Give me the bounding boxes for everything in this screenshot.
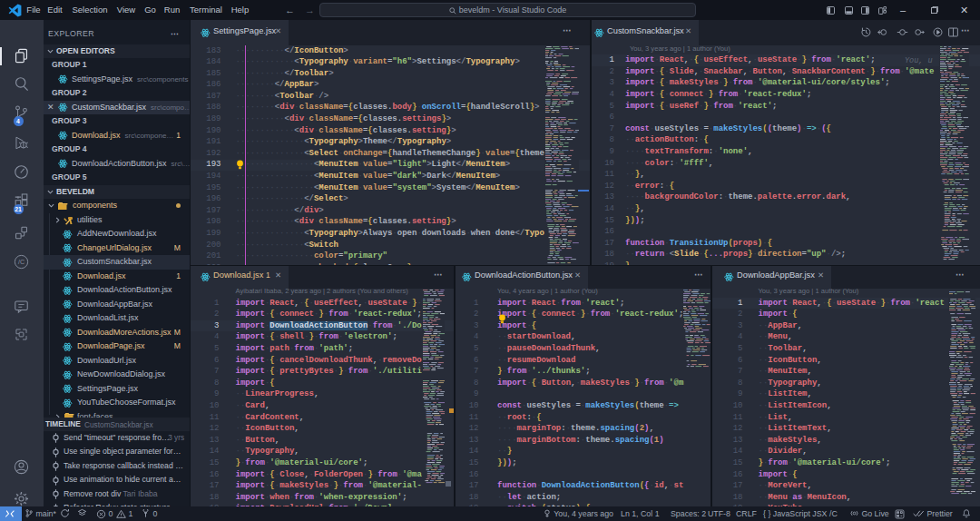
svg-text:/C: /C <box>18 259 24 266</box>
